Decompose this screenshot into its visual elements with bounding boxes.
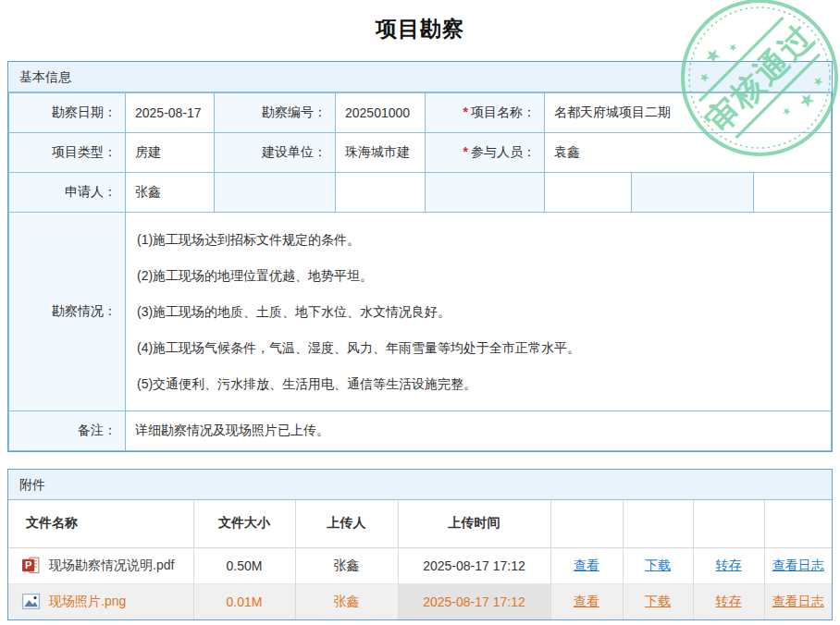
- action-cell: 查看: [550, 547, 623, 583]
- project-name-label-text: 项目名称：: [471, 104, 536, 119]
- save-copy-link[interactable]: 转存: [716, 558, 742, 572]
- empty-label-cell: [426, 173, 545, 213]
- required-asterisk: *: [463, 104, 468, 119]
- survey-date-label: 勘察日期：: [9, 93, 126, 133]
- required-asterisk: *: [463, 144, 468, 159]
- basic-info-table: 勘察日期： 2025-08-17 勘察编号： 202501000 *项目名称： …: [8, 92, 832, 451]
- action-cell: 转存: [693, 547, 764, 583]
- view-log-link[interactable]: 查看日志: [772, 594, 824, 608]
- project-type-label: 项目类型：: [9, 133, 126, 173]
- page-title: 项目勘察: [0, 0, 840, 43]
- survey-line: (5)交通便利、污水排放、生活用电、通信等生活设施完整。: [137, 374, 820, 393]
- uploader-cell: 张鑫: [295, 583, 398, 619]
- project-type-value: 房建: [126, 133, 215, 173]
- view-link[interactable]: 查看: [574, 558, 599, 572]
- survey-line: (1)施工现场达到招标文件规定的条件。: [137, 230, 820, 249]
- action-cell: 查看日志: [764, 583, 832, 619]
- attachment-row-png[interactable]: 现场照片.png 0.01M 张鑫 2025-08-17 17:12 查看 下载…: [8, 583, 832, 619]
- file-size-cell: 0.50M: [193, 547, 295, 583]
- survey-situation-value: (1)施工现场达到招标文件规定的条件。 (2)施工现场的地理位置优越、地势平坦。…: [126, 213, 832, 411]
- empty-label-cell: [632, 173, 754, 213]
- basic-info-panel: 基本信息 勘察日期： 2025-08-17 勘察编号： 202501000 *项…: [7, 61, 833, 452]
- remark-label: 备注：: [9, 411, 126, 451]
- pdf-file-icon: P: [21, 556, 41, 575]
- attachments-header-row: 文件名称 文件大小 上传人 上传时间: [8, 500, 832, 547]
- applicant-value: 张鑫: [126, 173, 215, 213]
- file-name-cell[interactable]: P 现场勘察情况说明.pdf: [8, 547, 193, 583]
- action-cell: 查看日志: [764, 547, 832, 583]
- table-row: 勘察情况： (1)施工现场达到招标文件规定的条件。 (2)施工现场的地理位置优越…: [9, 213, 832, 411]
- download-link[interactable]: 下载: [645, 594, 671, 608]
- empty-header-cell: [693, 500, 764, 547]
- empty-header-cell: [550, 500, 623, 547]
- uploader-header: 上传人: [295, 500, 398, 547]
- save-copy-link[interactable]: 转存: [716, 594, 742, 608]
- empty-value-cell: [545, 173, 632, 213]
- file-name-header: 文件名称: [8, 500, 193, 547]
- attachments-table: 文件名称 文件大小 上传人 上传时间: [8, 500, 832, 619]
- survey-no-value: 202501000: [336, 93, 426, 133]
- empty-label-cell: [215, 173, 336, 213]
- upload-time-cell: 2025-08-17 17:12: [398, 583, 550, 619]
- action-cell: 转存: [693, 583, 764, 619]
- empty-header-cell: [623, 500, 693, 547]
- action-cell: 下载: [623, 583, 693, 619]
- table-row: 勘察日期： 2025-08-17 勘察编号： 202501000 *项目名称： …: [9, 93, 832, 133]
- file-size-cell: 0.01M: [193, 583, 295, 619]
- svg-text:P: P: [25, 559, 31, 570]
- survey-no-label: 勘察编号：: [215, 93, 336, 133]
- build-unit-value: 珠海城市建: [336, 133, 426, 173]
- survey-line: (2)施工现场的地理位置优越、地势平坦。: [137, 266, 820, 285]
- survey-line: (3)施工现场的地质、土质、地下水位、水文情况良好。: [137, 302, 820, 321]
- project-name-value: 名都天府城项目二期: [545, 93, 832, 133]
- upload-time-header: 上传时间: [398, 500, 550, 547]
- view-link[interactable]: 查看: [574, 594, 599, 608]
- uploader-cell: 张鑫: [295, 547, 398, 583]
- project-name-label: *项目名称：: [426, 93, 545, 133]
- survey-date-value: 2025-08-17: [126, 93, 215, 133]
- attachments-panel: 附件 文件名称 文件大小 上传人 上传时间: [7, 469, 833, 620]
- download-link[interactable]: 下载: [645, 558, 671, 572]
- participants-label: *参与人员：: [426, 133, 545, 173]
- remark-value: 详细勘察情况及现场照片已上传。: [126, 411, 832, 451]
- file-name-text[interactable]: 现场照片.png: [49, 594, 126, 610]
- survey-situation-label: 勘察情况：: [9, 213, 126, 411]
- attachments-section-header: 附件: [8, 470, 832, 500]
- table-row: 备注： 详细勘察情况及现场照片已上传。: [9, 411, 832, 451]
- view-log-link[interactable]: 查看日志: [772, 558, 824, 572]
- build-unit-label: 建设单位：: [215, 133, 336, 173]
- empty-value-cell: [336, 173, 426, 213]
- table-row: 项目类型： 房建 建设单位： 珠海城市建 *参与人员： 袁鑫: [9, 133, 832, 173]
- empty-value-cell: [754, 173, 832, 213]
- participants-value: 袁鑫: [545, 133, 832, 173]
- attachment-row-pdf[interactable]: P 现场勘察情况说明.pdf 0.50M 张鑫 2025-08-17 17:12…: [8, 547, 832, 583]
- file-size-header: 文件大小: [193, 500, 295, 547]
- participants-label-text: 参与人员：: [471, 144, 536, 159]
- basic-info-section-header: 基本信息: [8, 62, 832, 92]
- survey-line: (4)施工现场气候条件，气温、湿度、风力、年雨雪量等均处于全市正常水平。: [137, 338, 820, 357]
- empty-header-cell: [764, 500, 832, 547]
- table-row: 申请人： 张鑫: [9, 173, 832, 213]
- applicant-label: 申请人：: [9, 173, 126, 213]
- file-name-text[interactable]: 现场勘察情况说明.pdf: [49, 558, 174, 574]
- image-file-icon: [21, 592, 41, 611]
- action-cell: 查看: [550, 583, 623, 619]
- file-name-cell[interactable]: 现场照片.png: [8, 583, 193, 619]
- upload-time-cell: 2025-08-17 17:12: [398, 547, 550, 583]
- action-cell: 下载: [623, 547, 693, 583]
